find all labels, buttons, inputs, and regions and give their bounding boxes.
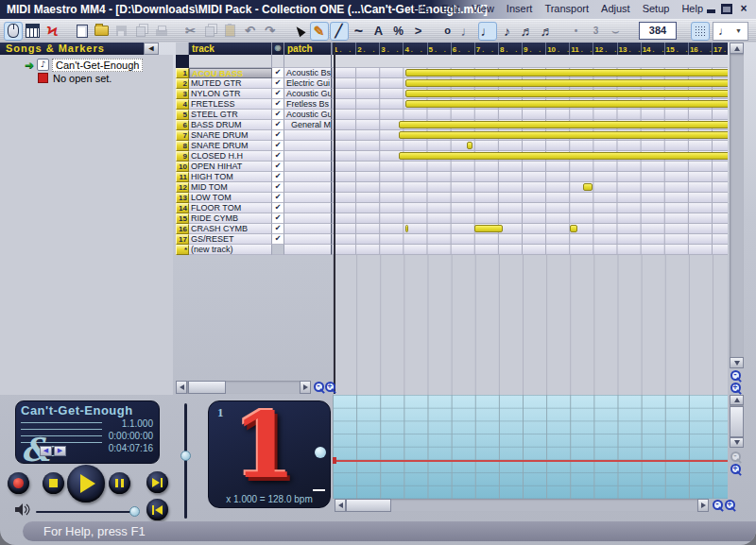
- track-patch-cell[interactable]: [284, 193, 332, 203]
- track-patch-cell[interactable]: [284, 203, 332, 213]
- track-lane[interactable]: [332, 78, 728, 89]
- note-length-combo[interactable]: ♩▼: [713, 22, 748, 41]
- skip-to-start-button[interactable]: [146, 499, 168, 520]
- track-name-cell[interactable]: SNARE DRUM: [189, 130, 272, 141]
- panel-collapse-button[interactable]: ◄: [144, 43, 159, 55]
- midi-clip-bar[interactable]: [399, 121, 728, 128]
- song-tree-item[interactable]: ➔ ♪ Can't-Get-Enough: [25, 59, 143, 71]
- song-name-label[interactable]: Can't-Get-Enough: [52, 59, 143, 72]
- track-number-button[interactable]: 2: [176, 78, 189, 89]
- song-position-cursor[interactable]: [334, 43, 335, 394]
- midi-clip-bar[interactable]: [405, 69, 728, 77]
- close-button[interactable]: ×: [737, 3, 750, 15]
- track-lane[interactable]: [332, 141, 728, 151]
- track-name-cell[interactable]: NYLON GTR: [189, 89, 272, 99]
- pause-button[interactable]: [109, 472, 130, 494]
- tempo-zoom-out-icon[interactable]: -: [730, 451, 743, 464]
- tempo-line[interactable]: [333, 460, 728, 462]
- menu-item-edit[interactable]: Edit: [441, 3, 459, 14]
- ruler-measure-11[interactable]: 11. .: [569, 43, 593, 55]
- track-patch-cell[interactable]: [284, 162, 332, 172]
- track-enable-checkbox[interactable]: ✔: [272, 130, 284, 141]
- track-number-button[interactable]: 12: [176, 182, 189, 193]
- track-number-button[interactable]: 7: [176, 130, 189, 141]
- grid-snap-icon[interactable]: [691, 22, 710, 41]
- panic-icon[interactable]: Ϟ: [43, 22, 62, 41]
- track-zoom-in-icon[interactable]: +: [730, 382, 743, 395]
- midi-clip-bar[interactable]: [405, 90, 728, 97]
- mouse-tool-icon[interactable]: [4, 22, 23, 41]
- track-lane[interactable]: [332, 110, 728, 120]
- track-enable-checkbox[interactable]: ✔: [272, 110, 284, 120]
- menu-item-transport[interactable]: Transport: [544, 3, 589, 14]
- piano-icon[interactable]: [24, 22, 43, 41]
- volume-slider-knob[interactable]: [129, 506, 140, 517]
- tempo-graph[interactable]: [333, 395, 728, 499]
- half-note-icon[interactable]: ♩: [458, 22, 477, 41]
- track-number-button[interactable]: 15: [176, 213, 189, 224]
- maximize-button[interactable]: [720, 3, 733, 15]
- thirtysecond-note-icon[interactable]: ♬: [538, 22, 557, 41]
- track-name-cell[interactable]: STEEL GTR: [189, 110, 272, 120]
- skip-to-end-button[interactable]: [146, 471, 168, 493]
- tempo-scroll-up-button[interactable]: [730, 395, 744, 405]
- menu-item-view[interactable]: View: [472, 3, 494, 14]
- ppq-field[interactable]: 384: [639, 22, 677, 40]
- pencil-tool-icon[interactable]: ✎: [310, 22, 329, 41]
- track-name-cell[interactable]: FRETLESS: [189, 99, 272, 110]
- track-patch-cell[interactable]: [284, 141, 332, 151]
- tracklist-scroll-left-button[interactable]: [176, 381, 187, 394]
- track-enable-checkbox[interactable]: ✔: [272, 234, 284, 245]
- ruler-measure-6[interactable]: 6. .: [451, 43, 474, 55]
- patch-column-header[interactable]: patch: [284, 43, 332, 55]
- track-number-button[interactable]: 16: [176, 224, 189, 234]
- ruler-measure-9[interactable]: 9. .: [522, 43, 545, 55]
- track-name-cell[interactable]: GS/RESET: [189, 234, 272, 245]
- track-number-button[interactable]: 5: [176, 110, 189, 120]
- menu-item-file[interactable]: File: [413, 3, 430, 14]
- open-file-icon[interactable]: [93, 22, 112, 41]
- track-name-cell[interactable]: SNARE DRUM: [189, 141, 272, 151]
- track-enable-checkbox[interactable]: ✔: [272, 78, 284, 89]
- ruler-measure-4[interactable]: 4. .: [403, 43, 426, 55]
- track-patch-cell[interactable]: Fretless Bs: [284, 99, 332, 110]
- track-patch-cell[interactable]: [284, 245, 332, 255]
- track-enable-checkbox[interactable]: ✔: [272, 203, 284, 213]
- midi-clip-bar[interactable]: [583, 183, 593, 191]
- track-lane[interactable]: [332, 213, 728, 224]
- track-lane[interactable]: [332, 172, 728, 182]
- track-number-button[interactable]: 8: [176, 141, 189, 151]
- midi-clip-bar[interactable]: [405, 100, 728, 108]
- track-name-cell[interactable]: MUTED GTR: [189, 78, 272, 89]
- tempo-zoom-in-icon[interactable]: +: [730, 463, 743, 476]
- track-patch-cell[interactable]: [284, 224, 332, 234]
- track-lane[interactable]: [332, 162, 728, 172]
- track-name-cell[interactable]: HIGH TOM: [189, 172, 272, 182]
- track-name-cell[interactable]: CRASH CYMB: [189, 224, 272, 234]
- track-zoom-out-icon[interactable]: -: [730, 369, 743, 383]
- track-name-cell[interactable]: (new track): [189, 245, 272, 255]
- track-name-cell[interactable]: BASS DRUM: [189, 120, 272, 130]
- track-enable-checkbox[interactable]: ✔: [272, 151, 284, 162]
- track-lane[interactable]: [332, 68, 728, 78]
- track-number-button[interactable]: 3: [176, 89, 189, 99]
- track-column-header[interactable]: track: [189, 43, 272, 55]
- ruler-measure-16[interactable]: 16. .: [688, 43, 712, 55]
- play-button[interactable]: [67, 465, 105, 502]
- tempo-slider-knob[interactable]: [180, 451, 191, 461]
- track-vscrollbar[interactable]: [730, 54, 744, 357]
- track-enable-checkbox[interactable]: ✔: [272, 89, 284, 99]
- timeline-zoom-in-icon[interactable]: +: [724, 499, 737, 512]
- track-patch-cell[interactable]: Acoustic Bs: [284, 68, 332, 78]
- ruler-measure-17[interactable]: 17. .: [712, 43, 728, 55]
- midi-clip-bar[interactable]: [474, 225, 502, 232]
- marker-set-tree-item[interactable]: No open set.: [38, 72, 112, 84]
- text-tool-icon[interactable]: A: [369, 22, 388, 41]
- track-number-button[interactable]: 11: [176, 172, 189, 182]
- prev-marker-button[interactable]: ◀: [40, 446, 52, 456]
- track-lane[interactable]: [332, 120, 728, 130]
- track-enable-checkbox[interactable]: ✔: [272, 141, 284, 151]
- track-number-button[interactable]: 9: [176, 151, 189, 162]
- tempo-slider[interactable]: [184, 403, 187, 519]
- pointer-tool-icon[interactable]: [290, 22, 309, 41]
